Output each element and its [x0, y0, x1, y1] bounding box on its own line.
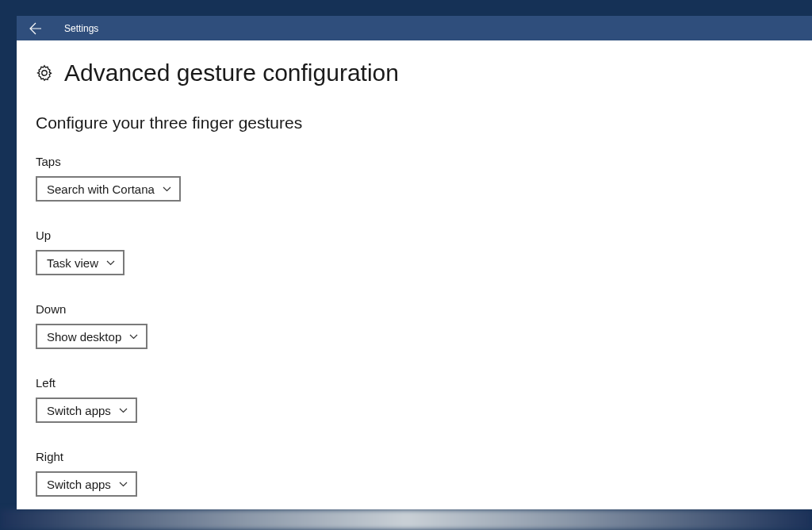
back-arrow-icon	[29, 22, 42, 35]
dropdown-value: Show desktop	[47, 330, 121, 344]
dropdown-value: Switch apps	[47, 404, 111, 417]
dropdown-down[interactable]: Show desktop	[36, 324, 147, 349]
dropdown-up[interactable]: Task view	[36, 250, 124, 275]
dropdown-value: Switch apps	[47, 478, 111, 491]
titlebar-title: Settings	[64, 23, 98, 34]
setting-taps: Taps Search with Cortana	[36, 155, 793, 202]
chevron-down-icon	[119, 482, 128, 487]
content-area: Advanced gesture configuration Configure…	[17, 40, 812, 509]
setting-left: Left Switch apps	[36, 376, 793, 423]
dropdown-left[interactable]: Switch apps	[36, 398, 137, 423]
chevron-down-icon	[163, 186, 171, 192]
dropdown-right[interactable]: Switch apps	[36, 471, 137, 497]
chevron-down-icon	[106, 260, 115, 266]
settings-window: Settings Advanced gesture configuration …	[17, 16, 812, 509]
back-button[interactable]	[17, 16, 55, 40]
taskbar-blur	[0, 509, 812, 530]
setting-up: Up Task view	[36, 229, 793, 275]
gear-icon	[36, 64, 53, 82]
setting-label-up: Up	[36, 229, 793, 242]
chevron-down-icon	[129, 334, 138, 340]
chevron-down-icon	[119, 408, 128, 413]
dropdown-value: Task view	[47, 256, 98, 270]
section-heading: Configure your three finger gestures	[36, 113, 793, 132]
setting-label-taps: Taps	[36, 155, 793, 168]
dropdown-value: Search with Cortana	[47, 182, 155, 196]
setting-down: Down Show desktop	[36, 302, 793, 349]
setting-label-down: Down	[36, 302, 793, 316]
page-title: Advanced gesture configuration	[64, 60, 399, 86]
dropdown-taps[interactable]: Search with Cortana	[36, 176, 181, 202]
setting-right: Right Switch apps	[36, 450, 793, 497]
setting-label-right: Right	[36, 450, 793, 463]
setting-label-left: Left	[36, 376, 793, 390]
titlebar: Settings	[17, 16, 812, 40]
page-header: Advanced gesture configuration	[36, 60, 793, 86]
